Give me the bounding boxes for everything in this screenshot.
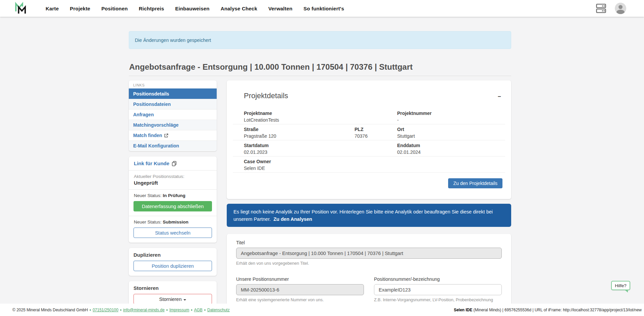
our-number-help: Erhält eine systemgenerierte Nummer von …	[236, 298, 364, 302]
links-card-header: LINKS	[129, 80, 217, 88]
title-divider	[129, 76, 511, 76]
status-wechseln-button[interactable]: Status wechseln	[133, 228, 212, 238]
pd-row-1: Projektname LotCreationTests Projektnumm…	[233, 108, 505, 124]
footer-agb-link[interactable]: AGB	[194, 308, 202, 312]
our-number-input	[236, 284, 364, 295]
footer: © 2025 Mineral Minds Deutschland GmbH•07…	[0, 304, 644, 316]
stornieren-title: Stornieren	[133, 285, 212, 291]
sidebar-item-matchingvorschlaege[interactable]: Matchingvorschläge	[129, 120, 217, 130]
sidebar-item-positionsdetails[interactable]: Positionsdetails	[129, 88, 217, 99]
field-ort: Ort Stuttgart	[397, 127, 415, 139]
duplizieren-title: Duplizieren	[133, 252, 212, 258]
pd-row-4: Case Owner Selen IDE	[233, 156, 505, 173]
footer-email-link[interactable]: info@mineral-minds.de	[123, 308, 165, 312]
footer-user: Selen IDE	[454, 308, 472, 312]
app-root: Karte Projekte Positionen Richtpreis Ein…	[0, 0, 644, 316]
sidebar-item-email-konfiguration[interactable]: E-Mail Konfiguration	[129, 140, 217, 151]
stornieren-dropdown-button[interactable]: Stornieren	[133, 294, 212, 304]
external-link-icon	[164, 133, 168, 138]
caret-down-icon	[183, 299, 186, 301]
customer-link[interactable]: Link für Kunde	[134, 161, 169, 166]
customer-link-row: Link für Kunde	[129, 156, 217, 170]
main-nav: Karte Projekte Positionen Richtpreis Ein…	[46, 6, 344, 11]
saved-alert: Die Änderungen wurden gespeichert	[129, 31, 511, 49]
custom-number-input[interactable]	[374, 284, 502, 295]
custom-number-field: Positionsnummer/-bezeichnung Z.B. Intern…	[374, 276, 502, 302]
zu-den-projektdetails-button[interactable]: Zu den Projektdetails	[448, 178, 502, 188]
pd-footer: Zu den Projektdetails	[233, 173, 505, 188]
number-fields-row: Unsere Positionsnummer Erhält eine syste…	[236, 276, 502, 302]
field-enddatum: Enddatum 02.01.2024	[397, 143, 421, 155]
sidebar-item-anfragen[interactable]: Anfragen	[129, 109, 217, 120]
field-strasse: Straße Pragstraße 120	[244, 127, 276, 139]
analytics-banner-text: Es liegt noch keine Analytik zu Ihrer Po…	[233, 209, 493, 222]
current-status-value: Ungeprüft	[134, 180, 212, 186]
position-form-card: Titel Erhält den von uns vorgegebenen Ti…	[227, 234, 511, 305]
links-card: LINKS Positionsdetails Positionsdateien …	[129, 80, 217, 151]
page-title: Angebotsanfrage - Entsorgung | 10.000 To…	[129, 62, 413, 72]
new-status-value-2: Submission	[163, 219, 189, 225]
footer-left: © 2025 Mineral Minds Deutschland GmbH•07…	[12, 308, 230, 312]
nav-item-einbauweisen[interactable]: Einbauweisen	[175, 6, 209, 11]
logo-m-icon	[15, 2, 27, 15]
main-content: Projektdetails − Projektname LotCreation…	[227, 80, 511, 199]
sidebar: LINKS Positionsdetails Positionsdateien …	[129, 80, 217, 309]
footer-impressum-link[interactable]: Impressum	[169, 308, 189, 312]
position-duplizieren-button[interactable]: Position duplizieren	[133, 261, 212, 271]
projektdetails-card: Projektdetails − Projektname LotCreation…	[227, 80, 511, 199]
avatar-shoulders-icon	[616, 10, 625, 14]
new-status-line-1: Neuer Status: In Prüfung	[129, 190, 217, 201]
nav-item-verwalten[interactable]: Verwalten	[268, 6, 292, 11]
our-number-field: Unsere Positionsnummer Erhält eine syste…	[236, 276, 364, 302]
current-status-label: Aktueller Positionsstatus:	[134, 174, 212, 179]
nav-item-so-funktionierts[interactable]: So funktioniert's	[304, 6, 344, 11]
nav-item-projekte[interactable]: Projekte	[70, 6, 90, 11]
field-case-owner: Case Owner Selen IDE	[244, 159, 271, 172]
new-status-value-1: In Prüfung	[163, 193, 185, 198]
top-navigation-bar: Karte Projekte Positionen Richtpreis Ein…	[0, 0, 644, 17]
custom-number-help: Z.B. Interne-Vorgangsnummer, LV-Position…	[374, 298, 502, 302]
titel-label: Titel	[236, 240, 502, 245]
analytics-banner: Es liegt noch keine Analytik zu Ihrer Po…	[227, 204, 511, 227]
nav-item-positionen[interactable]: Positionen	[101, 6, 128, 11]
collapse-projektdetails-icon[interactable]: −	[498, 94, 501, 99]
footer-phone-link[interactable]: 07151/250100	[93, 308, 118, 312]
pd-row-2: Straße Pragstraße 120 PLZ 70376 Ort Stut…	[233, 124, 505, 140]
field-projektname: Projektname LotCreationTests	[244, 111, 279, 123]
footer-session-info: (Mineral Minds) | 69576255536d | URL of …	[472, 308, 642, 312]
status-card: Link für Kunde Aktueller Positionsstatus…	[129, 156, 217, 243]
copy-icon[interactable]	[172, 161, 177, 166]
our-number-label: Unsere Positionsnummer	[236, 276, 364, 282]
field-projektnummer: Projektnummer -	[397, 111, 432, 123]
copyright-text: © 2025 Mineral Minds Deutschland GmbH	[12, 308, 88, 312]
hilfe-button[interactable]: Hilfe?	[611, 281, 630, 290]
projektdetails-title: Projektdetails	[233, 80, 505, 100]
sidebar-item-match-finden[interactable]: Match finden	[129, 130, 217, 140]
nav-item-analyse-check[interactable]: Analyse Check	[221, 6, 257, 11]
avatar-head-icon	[619, 5, 623, 9]
header-icons	[596, 0, 626, 17]
footer-right: Selen IDE (Mineral Minds) | 69576255536d…	[454, 308, 642, 312]
saved-alert-text: Die Änderungen wurden gespeichert	[135, 38, 211, 43]
mineral-minds-logo[interactable]	[15, 2, 27, 15]
projektdetails-rows: Projektname LotCreationTests Projektnumm…	[233, 108, 505, 173]
new-status-line-2: Neuer Status: Submission	[129, 216, 217, 228]
datenerfassung-abschliessen-button[interactable]: Datenerfassung abschließen	[133, 201, 212, 211]
footer-datenschutz-link[interactable]: Datenschutz	[207, 308, 230, 312]
custom-number-label: Positionsnummer/-bezeichnung	[374, 276, 502, 282]
user-avatar[interactable]	[615, 3, 626, 14]
zu-den-analysen-link[interactable]: Zu den Analysen	[273, 216, 312, 222]
sidebar-item-positionsdateien[interactable]: Positionsdateien	[129, 99, 217, 109]
current-status-section: Aktueller Positionsstatus: Ungeprüft	[129, 171, 217, 189]
field-startdatum: Startdatum 02.01.2023	[244, 143, 269, 155]
nav-item-karte[interactable]: Karte	[46, 6, 59, 11]
pd-row-3: Startdatum 02.01.2023 Enddatum 02.01.202…	[233, 140, 505, 156]
nav-item-richtpreis[interactable]: Richtpreis	[139, 6, 164, 11]
dns-server-icon[interactable]	[596, 4, 606, 13]
titel-help: Erhält den von uns vorgegebenen Titel.	[236, 261, 502, 266]
titel-input	[236, 248, 502, 259]
field-plz: PLZ 70376	[355, 127, 368, 139]
duplizieren-card: Duplizieren Position duplizieren	[129, 248, 217, 276]
